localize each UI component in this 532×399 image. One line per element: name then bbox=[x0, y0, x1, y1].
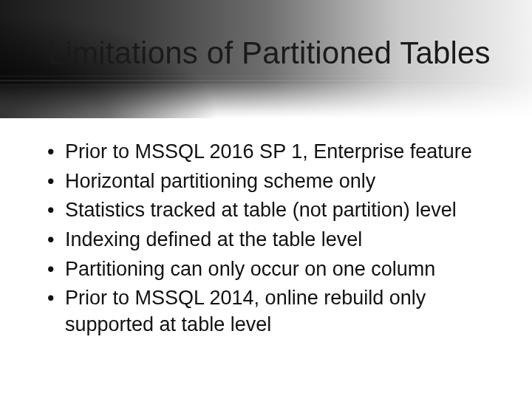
list-item: Prior to MSSQL 2016 SP 1, Enterprise fea… bbox=[43, 139, 502, 166]
list-item: Horizontal partitioning scheme only bbox=[43, 168, 502, 195]
list-item-text: Prior to MSSQL 2014, online rebuild only… bbox=[65, 287, 426, 335]
list-item: Statistics tracked at table (not partiti… bbox=[43, 197, 502, 224]
bullet-list: Prior to MSSQL 2016 SP 1, Enterprise fea… bbox=[43, 139, 502, 338]
list-item-text: Indexing defined at the table level bbox=[65, 228, 362, 250]
list-item-text: Statistics tracked at table (not partiti… bbox=[65, 199, 457, 221]
list-item: Indexing defined at the table level bbox=[43, 227, 502, 253]
list-item: Prior to MSSQL 2014, online rebuild only… bbox=[43, 285, 502, 338]
list-item: Partitioning can only occur on one colum… bbox=[43, 256, 502, 283]
list-item-text: Horizontal partitioning scheme only bbox=[65, 170, 375, 192]
slide-content: Prior to MSSQL 2016 SP 1, Enterprise fea… bbox=[43, 139, 502, 341]
list-item-text: Prior to MSSQL 2016 SP 1, Enterprise fea… bbox=[65, 140, 472, 163]
slide-title: Limitations of Partitioned Tables bbox=[48, 35, 502, 71]
list-item-text: Partitioning can only occur on one colum… bbox=[65, 258, 435, 280]
slide: Limitations of Partitioned Tables Prior … bbox=[0, 0, 532, 399]
